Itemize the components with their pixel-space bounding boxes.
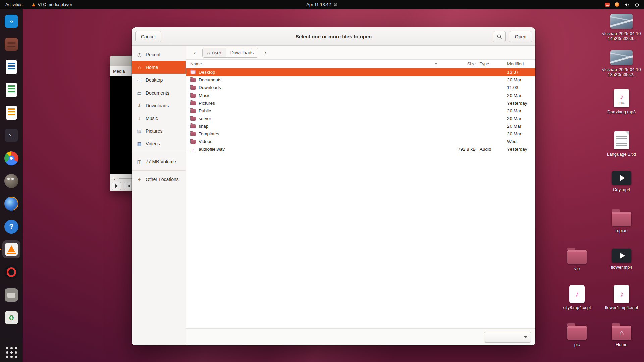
sidebar-item-volume[interactable]: ◫ 77 MB Volume [132,155,186,168]
desktop-icon-daoxiang-mp3[interactable]: ♪mp3 Daoxiang.mp3 [602,89,641,114]
show-applications-button[interactable] [6,347,17,358]
file-row-desktop[interactable]: Desktop 13:37 [186,68,535,76]
file-row-documents[interactable]: Documents 20 Mar [186,76,535,84]
folder-icon [190,117,196,121]
dock-item-archive-manager[interactable] [2,35,20,53]
folder-icon [190,101,196,105]
vlc-icon [5,243,18,256]
column-header-type[interactable]: Type [476,61,503,66]
file-list: Desktop 13:37 Documents 20 Mar [186,68,535,328]
column-header-size[interactable]: Size [443,61,476,66]
dock-item-terminal[interactable] [2,126,20,144]
dock-item-libreoffice-calc[interactable] [2,81,20,99]
home-icon: ⌂ [137,65,142,70]
dock-item-firefox[interactable] [2,195,20,213]
tray-app-icon-orange[interactable] [615,2,619,7]
desktop-icon-vlcsnap-1[interactable]: vlcsnap-2025-04-10-14h23m32s9... [602,14,641,41]
folder-icon [190,132,196,136]
folder-icon [190,78,196,82]
vlc-time-display: --:-- [112,177,117,180]
top-bar: Activities VLC media player Apr 11 13:42 [0,0,644,9]
file-type-dropdown[interactable] [484,332,531,343]
dock-item-file-cabinet[interactable] [2,286,20,304]
desktop-icon-pic-folder[interactable]: pic [557,322,596,347]
back-button[interactable]: ‹ [190,48,200,57]
sidebar-item-music[interactable]: ♪ Music [132,112,186,125]
sidebar-item-documents[interactable]: ▤ Documents [132,86,186,99]
downloads-icon: ↧ [137,103,142,108]
vlc-play-button[interactable] [112,182,121,190]
desktop-icon-tupian-folder[interactable]: tupian [602,208,641,233]
dock-item-help[interactable] [2,218,20,236]
file-row-downloads[interactable]: Downloads 11:03 [186,84,535,92]
dock-item-gimp[interactable] [2,172,20,190]
file-row-public[interactable]: Public 20 Mar [186,107,535,115]
tray-app-icon-red[interactable] [605,3,610,7]
column-header-modified[interactable]: Modified [503,61,535,66]
dock-item-libreoffice-writer[interactable] [2,58,20,76]
image-thumbnail-icon [610,50,633,65]
folder-icon [190,109,196,113]
focused-app-menu[interactable]: VLC media player [28,2,76,7]
dock-item-media-player[interactable] [2,263,20,281]
sidebar-item-recent[interactable]: ◷ Recent [132,48,186,61]
notifications-muted-icon [333,2,338,7]
activities-button[interactable]: Activities [0,0,28,9]
volume-icon[interactable] [624,2,630,7]
libreoffice-calc-icon [6,83,17,97]
chevron-down-icon [524,336,527,338]
dialog-title: Select one or more files to open [296,34,372,39]
file-cabinet-icon [5,288,18,302]
sidebar-item-downloads[interactable]: ↧ Downloads [132,99,186,112]
audio-file-icon: ♪ [569,285,585,303]
desktop-icon-flower1-xspf[interactable]: ♪ flower1.mp4.xspf [602,285,641,310]
desktop-icon-vlcsnap-2[interactable]: vlcsnap-2025-04-10-13h20m35s2... [602,50,641,77]
file-row-music[interactable]: Music 20 Mar [186,92,535,99]
file-row-templates[interactable]: Templates 20 Mar [186,130,535,138]
desktop-icon-flower-mp4[interactable]: flower.mp4 [602,249,641,270]
sidebar-separator [132,153,186,153]
cancel-button[interactable]: Cancel [135,31,161,42]
image-thumbnail-icon [610,14,633,29]
open-button[interactable]: Open [509,31,532,42]
dock-item-vlc[interactable] [2,240,20,258]
system-status-area[interactable] [605,0,644,9]
sidebar-item-other-locations[interactable]: + Other Locations [132,173,186,186]
desktop-icon-vio-folder[interactable]: vio [557,247,596,271]
libreoffice-impress-icon [6,106,17,120]
search-button[interactable] [493,31,506,42]
dock-item-chrome[interactable] [2,149,20,167]
desktop-icon-city8-xspf[interactable]: ♪ city8.mp4.xspf [557,285,596,310]
desktop-icon-language-txt[interactable]: Language 1.txt [602,131,641,157]
file-chooser-dialog: Cancel Select one or more files to open … [132,27,535,345]
sidebar-item-home[interactable]: ⌂ Home [132,61,186,74]
breadcrumb-user[interactable]: ⌂ user [202,48,226,58]
clock-button[interactable]: Apr 11 13:42 [306,0,337,9]
recent-icon: ◷ [137,52,142,57]
music-icon: ♪ [137,116,142,121]
file-row-audiofile-wav[interactable]: audiofile.wav 792.8 kB Audio Yesterday [186,145,535,153]
dock-item-trash[interactable] [2,309,20,327]
libreoffice-writer-icon [6,60,17,74]
vlc-menu-media[interactable]: Media [113,69,125,74]
folder-icon [567,250,587,264]
desktop-icon-home-folder[interactable]: ⌂ Home [602,322,641,347]
documents-icon: ▤ [137,90,142,96]
column-header-name[interactable]: Name [190,61,443,66]
sidebar-item-desktop[interactable]: ▭ Desktop [132,74,186,86]
sidebar-item-pictures[interactable]: ▨ Pictures [132,125,186,137]
file-row-videos[interactable]: Videos Wed [186,138,535,145]
forward-button[interactable]: › [261,48,270,57]
dock-item-libreoffice-impress[interactable] [2,104,20,122]
chrome-icon [4,151,18,165]
folder-icon [190,94,196,98]
file-row-pictures[interactable]: Pictures Yesterday [186,99,535,107]
breadcrumb-downloads[interactable]: Downloads [226,48,258,58]
audio-file-icon [190,147,196,152]
desktop-icon-city-mp4[interactable]: City.mp4 [602,171,641,192]
file-row-snap[interactable]: snap 20 Mar [186,122,535,130]
power-icon[interactable] [635,2,639,7]
file-row-server[interactable]: server 20 Mar [186,115,535,122]
sidebar-item-videos[interactable]: ▥ Videos [132,137,186,150]
dock-item-vscode[interactable] [2,12,20,31]
